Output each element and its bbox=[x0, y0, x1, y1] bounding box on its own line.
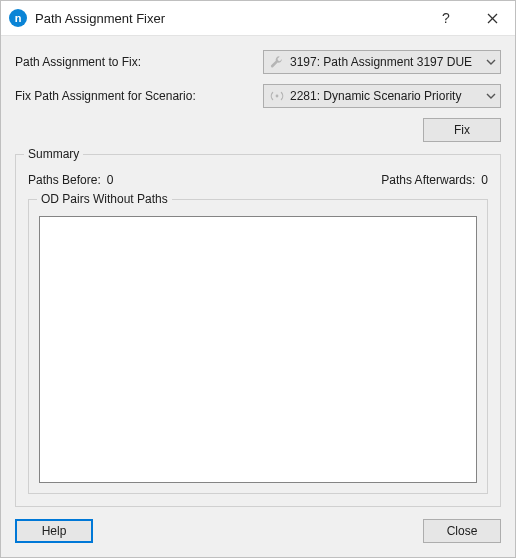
paths-before: Paths Before: 0 bbox=[28, 173, 381, 187]
fix-button[interactable]: Fix bbox=[423, 118, 501, 142]
od-pairs-list[interactable] bbox=[39, 216, 477, 483]
chevron-down-icon bbox=[486, 57, 496, 67]
window-title: Path Assignment Fixer bbox=[35, 11, 423, 26]
paths-before-value: 0 bbox=[107, 173, 114, 187]
paths-after-value: 0 bbox=[481, 173, 488, 187]
app-icon-letter: n bbox=[15, 12, 22, 24]
path-assignment-label: Path Assignment to Fix: bbox=[15, 55, 255, 69]
question-icon: ? bbox=[442, 10, 450, 26]
path-assignment-value: 3197: Path Assignment 3197 DUE bbox=[290, 55, 480, 69]
paths-after-label: Paths Afterwards: bbox=[381, 173, 475, 187]
summary-legend: Summary bbox=[24, 147, 83, 161]
scenario-label: Fix Path Assignment for Scenario: bbox=[15, 89, 255, 103]
dialog-content: Path Assignment to Fix: 3197: Path Assig… bbox=[1, 35, 515, 557]
broadcast-icon bbox=[270, 89, 284, 103]
od-pairs-legend: OD Pairs Without Paths bbox=[37, 192, 172, 206]
od-pairs-fieldset: OD Pairs Without Paths bbox=[28, 199, 488, 494]
scenario-row: Fix Path Assignment for Scenario: 2281: … bbox=[15, 84, 501, 108]
help-button-label: Help bbox=[42, 524, 67, 538]
fix-button-row: Fix bbox=[15, 118, 501, 142]
footer-spacer bbox=[93, 519, 423, 543]
path-assignment-row: Path Assignment to Fix: 3197: Path Assig… bbox=[15, 50, 501, 74]
close-button-label: Close bbox=[447, 524, 478, 538]
scenario-value: 2281: Dynamic Scenario Priority bbox=[290, 89, 480, 103]
paths-before-label: Paths Before: bbox=[28, 173, 101, 187]
fix-button-label: Fix bbox=[454, 123, 470, 137]
close-titlebar-button[interactable] bbox=[469, 1, 515, 35]
svg-point-2 bbox=[276, 95, 279, 98]
summary-counts: Paths Before: 0 Paths Afterwards: 0 bbox=[28, 173, 488, 187]
titlebar: n Path Assignment Fixer ? bbox=[1, 1, 515, 35]
close-button[interactable]: Close bbox=[423, 519, 501, 543]
wrench-icon bbox=[270, 55, 284, 69]
help-titlebar-button[interactable]: ? bbox=[423, 1, 469, 35]
scenario-combo[interactable]: 2281: Dynamic Scenario Priority bbox=[263, 84, 501, 108]
chevron-down-icon bbox=[486, 91, 496, 101]
path-assignment-combo[interactable]: 3197: Path Assignment 3197 DUE bbox=[263, 50, 501, 74]
dialog-footer: Help Close bbox=[15, 519, 501, 543]
close-icon bbox=[487, 13, 498, 24]
help-button[interactable]: Help bbox=[15, 519, 93, 543]
app-icon: n bbox=[9, 9, 27, 27]
paths-after: Paths Afterwards: 0 bbox=[381, 173, 488, 187]
summary-fieldset: Summary Paths Before: 0 Paths Afterwards… bbox=[15, 154, 501, 507]
dialog-window: n Path Assignment Fixer ? Path Assignmen… bbox=[0, 0, 516, 558]
